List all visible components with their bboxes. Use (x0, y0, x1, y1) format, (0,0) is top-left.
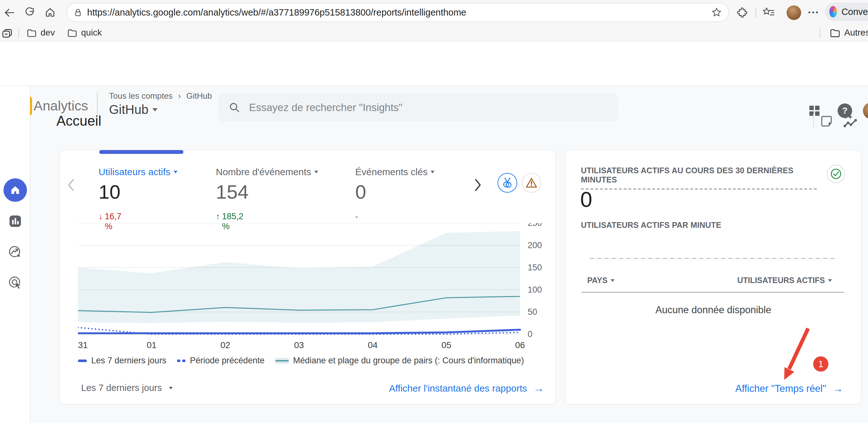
metric-selector[interactable]: Événements clés (355, 167, 434, 177)
toolbar-divider (755, 8, 756, 18)
account-avatar[interactable] (863, 103, 868, 119)
collections-icon (1, 27, 13, 39)
arrow-right-icon: → (833, 383, 843, 395)
medal-icon (501, 177, 514, 189)
chevron-down-icon (611, 279, 615, 282)
country-column-header[interactable]: PAYS (587, 276, 615, 285)
bookmarks-bar: dev quick Autres (0, 25, 868, 41)
svg-text:05: 05 (441, 340, 451, 350)
legend-item-current: Les 7 derniers jours (78, 356, 166, 366)
chevron-down-icon (431, 171, 434, 173)
data-quality-badge[interactable] (827, 165, 845, 183)
realtime-card: UTILISATEURS ACTIFS AU COURS DES 30 DERN… (565, 150, 861, 404)
analytics-header: Analytics Tous les comptes › GitHub GitH… (0, 41, 868, 86)
carousel-prev-button[interactable] (64, 177, 78, 193)
svg-text:04: 04 (368, 340, 377, 350)
active-users-column-header[interactable]: UTILISATEURS ACTIFS (738, 276, 832, 285)
home-icon (9, 185, 21, 196)
empty-state-text: Aucune donnée disponible (565, 304, 862, 316)
copilot-label: Conve (841, 7, 868, 17)
metric-label: Utilisateurs actifs (98, 167, 170, 177)
nav-sidebar (0, 86, 30, 423)
extensions-button[interactable] (736, 6, 748, 19)
metric-label: Événements clés (355, 167, 428, 177)
notes-button[interactable] (819, 114, 833, 128)
page-title: Accueil (56, 113, 101, 129)
copilot-icon (829, 6, 837, 18)
sidebar-item-explore[interactable] (0, 245, 30, 259)
chevron-down-icon (169, 387, 173, 389)
browser-toolbar: https://analytics.google.com/analytics/w… (0, 0, 868, 25)
metric-selector[interactable]: Utilisateurs actifs (98, 167, 178, 177)
legend-item-previous: Période précédente (177, 356, 265, 366)
svg-text:déc.: déc. (78, 351, 95, 353)
annotation-arrow-icon (773, 324, 817, 388)
folder-icon (67, 28, 77, 37)
svg-text:50: 50 (528, 307, 537, 317)
svg-text:0: 0 (528, 329, 532, 339)
advertising-icon (8, 276, 23, 290)
bookmark-label: quick (81, 28, 102, 38)
favorites-bar-button[interactable] (762, 6, 776, 19)
breadcrumb-root: Tous les comptes (109, 91, 173, 101)
carousel-indicator[interactable] (99, 150, 184, 154)
sidebar-item-home[interactable] (0, 178, 30, 202)
property-name: GitHub (109, 103, 149, 117)
reports-snapshot-link[interactable]: Afficher l'instantané des rapports → (389, 382, 544, 394)
favorite-star-icon[interactable] (711, 7, 721, 18)
note-icon (820, 115, 833, 128)
metric-value: 0 (355, 180, 366, 203)
ellipsis-icon (807, 7, 819, 18)
bookmark-folder-dev[interactable]: dev (27, 28, 55, 38)
other-favorites-label: Autres (844, 28, 868, 38)
chevron-right-icon (473, 178, 483, 192)
active-users-trend-chart: 05010015020025031déc.01janv.0203040506 (78, 223, 553, 353)
back-arrow-icon (4, 7, 15, 19)
other-favorites-button[interactable]: Autres (830, 28, 868, 38)
analytics-logo-text[interactable]: Analytics (34, 98, 88, 114)
realtime-active-users-value: 0 (580, 187, 592, 212)
folder-icon (830, 28, 840, 38)
copilot-button[interactable]: Conve (825, 3, 868, 21)
metric-delta: - (355, 212, 358, 222)
address-bar[interactable]: https://analytics.google.com/analytics/w… (67, 3, 729, 22)
search-input[interactable] (249, 102, 566, 114)
search-bar[interactable] (218, 94, 618, 121)
sidebar-item-reports[interactable] (0, 215, 30, 228)
page-actions-divider (813, 114, 814, 128)
svg-text:02: 02 (220, 340, 230, 350)
browser-refresh-button[interactable] (24, 7, 36, 19)
overview-card: Utilisateurs actifs 10 ↓ 16,7 % Nombre d… (59, 150, 556, 404)
browser-menu-button[interactable] (806, 6, 820, 19)
realtime-link[interactable]: Afficher "Temps réel" → (735, 383, 843, 395)
bookmark-folder-quick[interactable]: quick (67, 28, 102, 38)
check-circle-icon (830, 168, 842, 180)
reports-icon (8, 215, 22, 228)
period-selector[interactable]: Les 7 derniers jours (81, 383, 173, 393)
browser-profile-avatar[interactable] (786, 5, 801, 20)
insights-button[interactable] (842, 114, 858, 129)
browser-home-button[interactable] (44, 7, 56, 19)
realtime-title[interactable]: UTILISATEURS ACTIFS AU COURS DES 30 DERN… (581, 166, 818, 190)
svg-text:01: 01 (147, 340, 157, 350)
browser-back-button[interactable] (3, 7, 16, 19)
bookmarks-divider (19, 28, 19, 38)
svg-text:31: 31 (78, 340, 88, 350)
sidebar-item-advertising[interactable] (0, 276, 30, 290)
insights-sparkline-icon (843, 114, 858, 129)
metric-selector[interactable]: Nombre d'événements (216, 167, 318, 177)
collections-button[interactable] (0, 27, 14, 40)
per-minute-label: UTILISATEURS ACTIFS PAR MINUTE (581, 221, 721, 230)
property-selector[interactable]: GitHub (109, 103, 157, 117)
breadcrumb[interactable]: Tous les comptes › GitHub (109, 91, 212, 101)
warning-badge[interactable] (522, 173, 541, 193)
chevron-down-icon (314, 171, 318, 173)
favorites-list-icon (763, 7, 775, 18)
carousel-next-button[interactable] (471, 177, 485, 193)
lock-icon (74, 8, 82, 17)
svg-text:250: 250 (528, 223, 542, 228)
benchmark-badge[interactable] (498, 173, 517, 193)
dashed-line-swatch-icon (177, 360, 185, 362)
url-text: https://analytics.google.com/analytics/w… (87, 7, 711, 18)
home-active-circle (3, 178, 27, 202)
